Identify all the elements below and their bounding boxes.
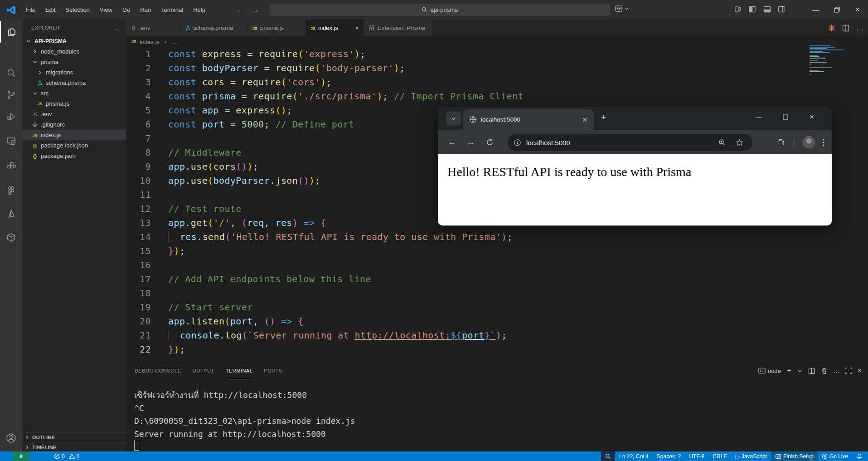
menu-go[interactable]: Go: [117, 6, 135, 13]
panel-tab-output[interactable]: OUTPUT: [192, 362, 214, 379]
split-terminal-icon[interactable]: [808, 368, 815, 374]
browser-profile-avatar[interactable]: [803, 136, 815, 148]
editor-tab-prisma-js[interactable]: JSprisma.js: [248, 20, 306, 36]
tree-item-prisma[interactable]: prisma: [22, 57, 126, 67]
terminal-dropdown-icon[interactable]: [797, 368, 802, 373]
tree-item-src[interactable]: src: [22, 88, 126, 98]
timeline-section[interactable]: TIMELINE: [22, 442, 126, 452]
tree-item-schema-prisma[interactable]: schema.prisma: [22, 78, 126, 88]
profile-icon[interactable]: [615, 5, 629, 13]
address-bar[interactable]: localhost:5000: [508, 134, 752, 151]
terminal-shell-item[interactable]: node: [758, 368, 781, 374]
close-tab-icon[interactable]: ×: [355, 25, 359, 32]
extensions-icon[interactable]: [0, 155, 22, 177]
finish-setup-item[interactable]: Finish Setup: [771, 451, 818, 461]
account-icon[interactable]: [0, 427, 22, 449]
menu-selection[interactable]: Selection: [60, 6, 94, 13]
explorer-icon[interactable]: [0, 21, 22, 43]
browser-close-button[interactable]: ×: [805, 111, 818, 123]
browser-menu-icon[interactable]: [823, 139, 824, 146]
problems-item[interactable]: 0 0: [50, 451, 83, 461]
run-debug-icon[interactable]: [0, 106, 22, 128]
toggle-panel-icon[interactable]: [763, 5, 771, 13]
menu-file[interactable]: File: [21, 6, 40, 13]
figma-icon[interactable]: [0, 180, 22, 201]
go-live-item[interactable]: Go Live: [818, 451, 852, 461]
panel-tab-debug-console[interactable]: DEBUG CONSOLE: [135, 362, 181, 379]
browser-back-icon[interactable]: ←: [448, 137, 456, 147]
menu-run[interactable]: Run: [135, 6, 156, 13]
browser-reload-icon[interactable]: [486, 138, 494, 146]
panel-more-actions-icon[interactable]: …: [834, 368, 839, 374]
editor-tab--env[interactable]: .env: [126, 20, 180, 36]
tab-close-icon[interactable]: ✕: [582, 116, 587, 123]
tree-item-package-lock-json[interactable]: {}package-lock.json: [22, 140, 126, 151]
panel-tab-terminal[interactable]: TERMINAL: [226, 362, 253, 379]
split-editor-icon[interactable]: [842, 25, 849, 32]
panel-tab-ports[interactable]: PORTS: [264, 362, 282, 379]
language-item[interactable]: { }JavaScript: [731, 451, 771, 461]
maximize-panel-icon[interactable]: [845, 368, 852, 374]
site-info-icon[interactable]: [514, 139, 521, 147]
editor-more-actions-icon[interactable]: …: [856, 24, 863, 32]
tree-item-prisma-js[interactable]: JSprisma.js: [22, 98, 126, 109]
editor-tab-schema-prisma[interactable]: schema.prisma: [180, 20, 248, 36]
nav-forward-icon[interactable]: →: [252, 5, 259, 15]
tab-search-chevron[interactable]: [446, 112, 461, 126]
menu-edit[interactable]: Edit: [40, 6, 60, 13]
browser-tab[interactable]: localhost:5000 ✕: [463, 109, 594, 130]
browser-maximize-button[interactable]: [779, 111, 792, 123]
screencast-zoom-item[interactable]: [601, 451, 615, 461]
menu-view[interactable]: View: [95, 6, 117, 13]
close-panel-icon[interactable]: ×: [858, 367, 862, 375]
remote-indicator[interactable]: [13, 451, 29, 461]
tree-item-package-json[interactable]: {}package.json: [22, 151, 126, 161]
notifications-bell-icon[interactable]: [852, 451, 868, 461]
search-icon[interactable]: [0, 62, 22, 84]
customize-layout-icon[interactable]: [734, 5, 742, 13]
minimap[interactable]: [810, 45, 846, 75]
indentation-item[interactable]: Spaces: 2: [653, 451, 685, 461]
editor-tab-Extension-Prisma[interactable]: Extension: Prisma: [364, 20, 433, 36]
tree-item-node-modules[interactable]: node_modules: [22, 46, 126, 57]
kill-terminal-trash-icon[interactable]: [821, 368, 828, 374]
tree-root-api-prisma[interactable]: API-PRISMA: [22, 36, 126, 46]
container-icon[interactable]: [0, 226, 22, 248]
outline-section[interactable]: OUTLINE: [22, 432, 126, 442]
menu-terminal[interactable]: Terminal: [156, 6, 188, 13]
window-minimize-button[interactable]: —: [805, 0, 826, 20]
js-file-icon: JS: [131, 39, 136, 44]
cursor-position-item[interactable]: Ln 22, Col 4: [615, 451, 653, 461]
prisma-icon[interactable]: [0, 203, 22, 225]
tree-item-migrations[interactable]: migrations: [22, 67, 126, 78]
encoding-item[interactable]: UTF-8: [685, 451, 708, 461]
extension-action-icon[interactable]: [828, 24, 835, 32]
window-close-button[interactable]: ×: [847, 0, 868, 20]
bookmark-star-icon[interactable]: [736, 139, 743, 147]
eol-item[interactable]: CRLF: [708, 451, 731, 461]
extensions-puzzle-icon[interactable]: [777, 138, 786, 147]
tree-item--gitignore[interactable]: .gitignore: [22, 119, 126, 130]
nav-back-icon[interactable]: ←: [237, 5, 244, 15]
toggle-sidebar-icon[interactable]: [749, 5, 756, 13]
terminal-output[interactable]: เซิร์ฟเวอร์ทำงานที่ http://localhost:500…: [134, 389, 355, 441]
source-control-icon[interactable]: [0, 84, 22, 106]
new-terminal-icon[interactable]: +: [787, 366, 791, 375]
command-center-search[interactable]: api-prisma: [269, 4, 610, 16]
remote-explorer-icon[interactable]: [0, 130, 22, 152]
sidebar-more-actions[interactable]: …: [115, 25, 120, 30]
browser-forward-icon[interactable]: →: [467, 137, 475, 147]
browser-minimize-button[interactable]: —: [753, 111, 766, 123]
window-restore-button[interactable]: [826, 0, 847, 20]
tree-item--env[interactable]: .env: [22, 109, 126, 119]
browser-tab-title: localhost:5000: [481, 116, 520, 123]
breadcrumb[interactable]: JS index.js …: [131, 36, 177, 47]
tree-item-index-js[interactable]: JSindex.js: [22, 130, 126, 140]
zoom-icon[interactable]: [718, 139, 726, 146]
editor-tab-index-js[interactable]: JSindex.js×: [306, 20, 364, 36]
sidebar-title: EXPLORER: [31, 25, 60, 30]
new-tab-icon[interactable]: +: [601, 113, 606, 123]
toggle-secondary-sidebar-icon[interactable]: [778, 5, 786, 13]
menu-help[interactable]: Help: [188, 6, 210, 13]
chev-down-icon: [31, 90, 39, 97]
